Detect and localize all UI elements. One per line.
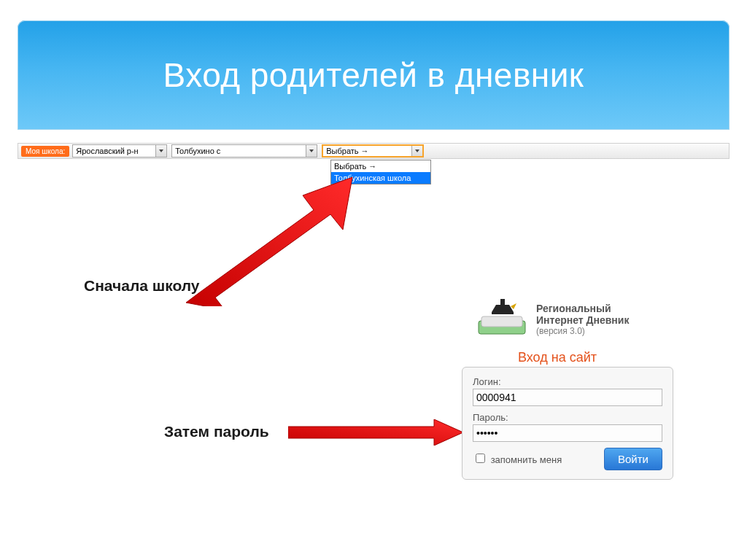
school-option-placeholder[interactable]: Выбрать → (331, 160, 430, 172)
svg-rect-5 (500, 299, 505, 306)
region-select[interactable]: Ярославский р-н (72, 144, 167, 158)
my-school-badge: Моя школа: (21, 146, 69, 157)
annotation-first-school: Сначала школу (84, 277, 200, 295)
diary-version: (версия 3.0) (536, 326, 667, 336)
locality-select-value: Толбухино с (175, 147, 220, 155)
login-button[interactable]: Войти (604, 448, 662, 470)
school-selector-bar: Моя школа: Ярославский р-н Толбухино с В… (18, 143, 729, 159)
slide-header: Вход родителей в дневник (18, 20, 729, 130)
arrow-to-school-icon (179, 175, 354, 306)
school-select[interactable]: Выбрать → (322, 144, 424, 158)
diary-logo-icon (474, 299, 531, 339)
svg-rect-6 (492, 312, 514, 314)
page-title: Вход родителей в дневник (18, 20, 729, 95)
svg-marker-0 (186, 177, 352, 306)
chevron-down-icon (411, 146, 422, 156)
remember-me-label: запомнить меня (491, 454, 562, 465)
annotation-then-password: Затем пароль (164, 423, 269, 440)
diary-title-line2: Интернет Дневник (536, 314, 667, 326)
svg-rect-3 (481, 316, 522, 327)
login-form: Логин: Пароль: запомнить меня Войти (462, 367, 673, 480)
diary-title-line1: Региональный (536, 303, 667, 314)
login-caption: Вход на сайт (518, 350, 597, 365)
password-input[interactable] (473, 424, 662, 442)
login-label: Логин: (473, 376, 662, 387)
svg-marker-7 (511, 303, 516, 309)
locality-select[interactable]: Толбухино с (171, 144, 317, 158)
diary-title-block: Региональный Интернет Дневник (версия 3.… (536, 303, 667, 336)
chevron-down-icon (155, 145, 166, 157)
region-select-value: Ярославский р-н (76, 147, 138, 155)
remember-me-checkbox[interactable] (476, 454, 485, 463)
password-label: Пароль: (473, 412, 662, 423)
remember-me[interactable]: запомнить меня (473, 451, 562, 465)
svg-marker-1 (288, 419, 463, 446)
school-select-value: Выбрать → (326, 147, 368, 155)
chevron-down-icon (306, 145, 317, 157)
login-input[interactable] (473, 389, 662, 406)
arrow-to-login-icon (288, 419, 463, 446)
